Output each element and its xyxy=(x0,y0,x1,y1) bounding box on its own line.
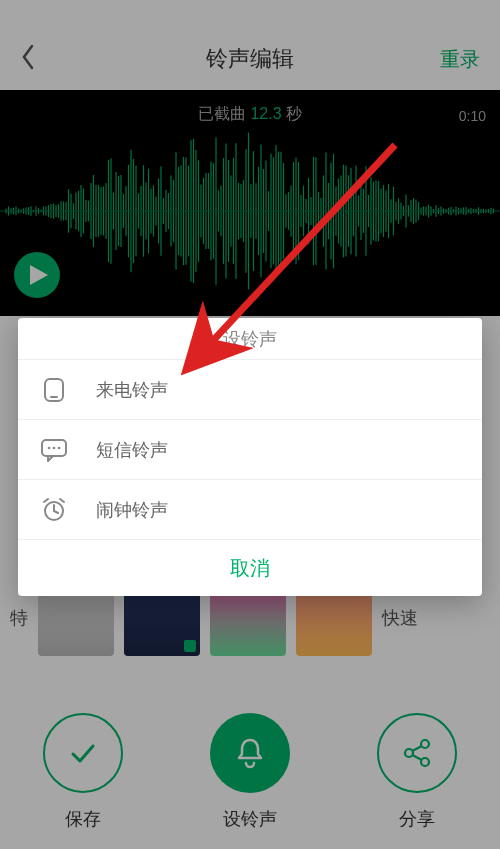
sheet-cancel-button[interactable]: 取消 xyxy=(18,540,482,596)
sheet-item-label: 来电铃声 xyxy=(96,378,168,402)
sheet-item-sms-ringtone[interactable]: 短信铃声 xyxy=(18,420,482,480)
sheet-item-alarm-ringtone[interactable]: 闹钟铃声 xyxy=(18,480,482,540)
svg-line-211 xyxy=(54,511,58,513)
svg-point-206 xyxy=(48,446,51,449)
sms-ringtone-icon xyxy=(40,436,68,464)
svg-line-212 xyxy=(44,499,48,502)
svg-line-213 xyxy=(60,499,64,502)
call-ringtone-icon xyxy=(40,376,68,404)
svg-point-207 xyxy=(53,446,56,449)
sheet-title: 设铃声 xyxy=(18,318,482,360)
alarm-ringtone-icon xyxy=(40,496,68,524)
sheet-item-call-ringtone[interactable]: 来电铃声 xyxy=(18,360,482,420)
sheet-item-label: 短信铃声 xyxy=(96,438,168,462)
sheet-item-label: 闹钟铃声 xyxy=(96,498,168,522)
svg-point-208 xyxy=(58,446,61,449)
set-ringtone-sheet: 设铃声 来电铃声 短信铃声 xyxy=(18,318,482,596)
